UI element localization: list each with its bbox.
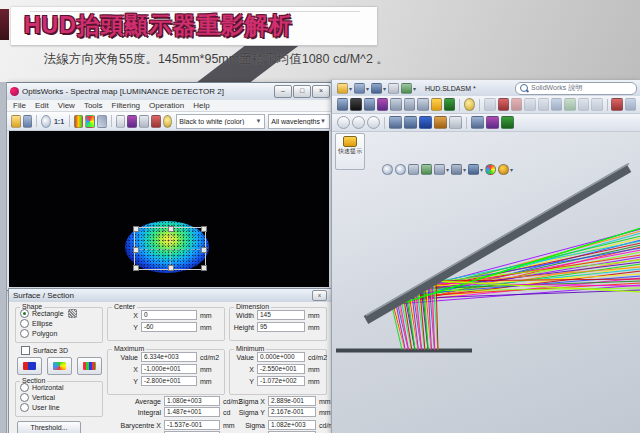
radio-vertical[interactable]: Vertical bbox=[20, 393, 102, 402]
menu-item-view[interactable]: View bbox=[58, 101, 75, 110]
appearance-editor-icon[interactable] bbox=[434, 116, 447, 129]
min-x-field[interactable]: -2.550e+001 bbox=[257, 364, 305, 374]
optis-plugin-icon[interactable] bbox=[471, 116, 484, 129]
width-field[interactable]: 145 bbox=[257, 310, 305, 320]
menu-item-operation[interactable]: Operation bbox=[149, 101, 184, 110]
help-icon[interactable] bbox=[464, 98, 475, 111]
max-y-field[interactable]: -2.800e+001 bbox=[141, 376, 197, 386]
render-preview-icon[interactable] bbox=[501, 116, 514, 129]
mate-icon[interactable] bbox=[498, 98, 509, 111]
new-document-icon[interactable] bbox=[337, 83, 348, 94]
toolbar-icon[interactable] bbox=[578, 98, 589, 111]
menu-item-help[interactable]: Help bbox=[193, 101, 209, 110]
center-y-field[interactable]: -60 bbox=[141, 322, 197, 332]
quick-tips-button[interactable]: 快速提示 bbox=[335, 133, 365, 170]
rgb-grid-button[interactable] bbox=[77, 357, 102, 375]
simulation-setup-icon[interactable] bbox=[486, 116, 499, 129]
section-tool-icon[interactable] bbox=[377, 98, 388, 111]
radio-user-line[interactable]: User line bbox=[20, 403, 102, 412]
rebuild-icon[interactable] bbox=[401, 83, 412, 94]
radio-horizontal[interactable]: Horizontal bbox=[20, 383, 102, 392]
selection-rectangle[interactable] bbox=[134, 227, 206, 270]
min-y-field[interactable]: -1.072e+002 bbox=[257, 376, 305, 386]
radio-rectangle[interactable]: Rectangle bbox=[20, 309, 102, 318]
measure-icon[interactable] bbox=[97, 115, 107, 128]
optisworks-titlebar[interactable]: OptisWorks - Spectral map [LUMINANCE DET… bbox=[7, 83, 333, 100]
feature-tool-icon[interactable] bbox=[417, 98, 428, 111]
clipboard-icon[interactable] bbox=[116, 115, 126, 128]
chart-icon[interactable] bbox=[127, 115, 137, 128]
save-icon[interactable] bbox=[23, 115, 33, 128]
toolbar-icon[interactable] bbox=[591, 98, 602, 111]
checkbox-surface-3d[interactable]: Surface 3D bbox=[21, 346, 68, 355]
selection-handle[interactable] bbox=[133, 247, 139, 253]
selection-handle[interactable] bbox=[133, 265, 139, 271]
integral-field[interactable]: 1.487e+001 bbox=[164, 407, 220, 417]
toolbar-icon[interactable] bbox=[511, 98, 522, 111]
selection-handle[interactable] bbox=[201, 226, 207, 232]
back-icon[interactable] bbox=[337, 116, 350, 129]
refresh-icon[interactable] bbox=[367, 116, 380, 129]
sigma-x-field[interactable]: 2.889e-001 bbox=[268, 396, 316, 406]
section-view-icon[interactable] bbox=[421, 164, 432, 175]
close-button[interactable]: × bbox=[312, 85, 330, 98]
search-box[interactable]: SolidWorks 說明 bbox=[515, 82, 637, 95]
zoom-tool-icon[interactable] bbox=[337, 98, 348, 111]
sketch-tool-icon[interactable] bbox=[404, 98, 415, 111]
component-icon[interactable] bbox=[404, 116, 417, 129]
levels-icon[interactable] bbox=[139, 115, 149, 128]
radio-polygon[interactable]: Polygon bbox=[20, 329, 102, 338]
zoom-fit-icon[interactable] bbox=[382, 164, 393, 175]
solidworks-titlebar[interactable]: ▾ ▾ ▾ ▾ HUD.SLDASM * SolidWorks 說明 bbox=[332, 80, 640, 96]
barycentre-x-field[interactable]: -1.537e-001 bbox=[164, 420, 220, 430]
average-field[interactable]: 1.080e+003 bbox=[164, 396, 220, 406]
min-value-field[interactable]: 0.000e+000 bbox=[257, 352, 305, 362]
save-icon[interactable] bbox=[371, 83, 382, 94]
zoom-1to1-button[interactable]: 1:1 bbox=[54, 118, 64, 125]
appearance-icon[interactable] bbox=[485, 164, 496, 175]
print-icon[interactable] bbox=[388, 83, 399, 94]
view-orientation-icon[interactable] bbox=[434, 164, 445, 175]
colormap-button[interactable] bbox=[17, 357, 42, 375]
selection-handle[interactable] bbox=[201, 265, 207, 271]
palette-icon[interactable] bbox=[85, 115, 95, 128]
dialog-close-button[interactable]: x bbox=[312, 290, 327, 301]
scene-icon[interactable] bbox=[498, 164, 509, 175]
max-x-field[interactable]: -1.000e+001 bbox=[141, 364, 197, 374]
menu-item-tools[interactable]: Tools bbox=[84, 101, 103, 110]
selection-handle[interactable] bbox=[168, 265, 174, 271]
max-value-field[interactable]: 6.334e+003 bbox=[141, 352, 197, 362]
center-x-field[interactable]: 0 bbox=[141, 310, 197, 320]
hide-show-items-icon[interactable] bbox=[468, 164, 479, 175]
simulation-icon[interactable] bbox=[444, 98, 455, 111]
dimension-tool-icon[interactable] bbox=[390, 98, 401, 111]
minimize-button[interactable]: – bbox=[274, 85, 292, 98]
maximize-button[interactable]: □ bbox=[293, 85, 311, 98]
radio-ellipse[interactable]: Ellipse bbox=[20, 319, 102, 328]
filter-icon[interactable] bbox=[151, 115, 161, 128]
colormap-select[interactable]: Black to white (color) ▼ bbox=[176, 114, 265, 129]
open-icon[interactable] bbox=[354, 83, 365, 94]
sigma-field[interactable]: 1.082e+003 bbox=[268, 420, 316, 430]
toolbar-icon[interactable] bbox=[564, 98, 575, 111]
menu-item-edit[interactable]: Edit bbox=[35, 101, 49, 110]
spectral-map-canvas[interactable] bbox=[9, 131, 329, 287]
forward-icon[interactable] bbox=[352, 116, 365, 129]
edit-part-icon[interactable] bbox=[419, 116, 432, 129]
cie-diagram-button[interactable] bbox=[47, 357, 72, 375]
wavelength-select[interactable]: All wavelengths ▼ bbox=[268, 114, 330, 129]
assembly-icon[interactable] bbox=[389, 116, 402, 129]
menu-item-file[interactable]: File bbox=[13, 101, 26, 110]
height-field[interactable]: 95 bbox=[257, 322, 305, 332]
toolbar-icon[interactable] bbox=[625, 98, 636, 111]
mass-properties-icon[interactable] bbox=[364, 98, 375, 111]
zoom-area-icon[interactable] bbox=[395, 164, 406, 175]
selection-handle[interactable] bbox=[133, 226, 139, 232]
menu-item-filtering[interactable]: Filtering bbox=[112, 101, 140, 110]
render-icon[interactable] bbox=[431, 98, 442, 111]
zoom-icon[interactable] bbox=[41, 115, 51, 128]
measure-tool-icon[interactable] bbox=[350, 98, 361, 111]
previous-view-icon[interactable] bbox=[408, 164, 419, 175]
exploded-view-icon[interactable] bbox=[611, 98, 622, 111]
selection-handle[interactable] bbox=[201, 247, 207, 253]
